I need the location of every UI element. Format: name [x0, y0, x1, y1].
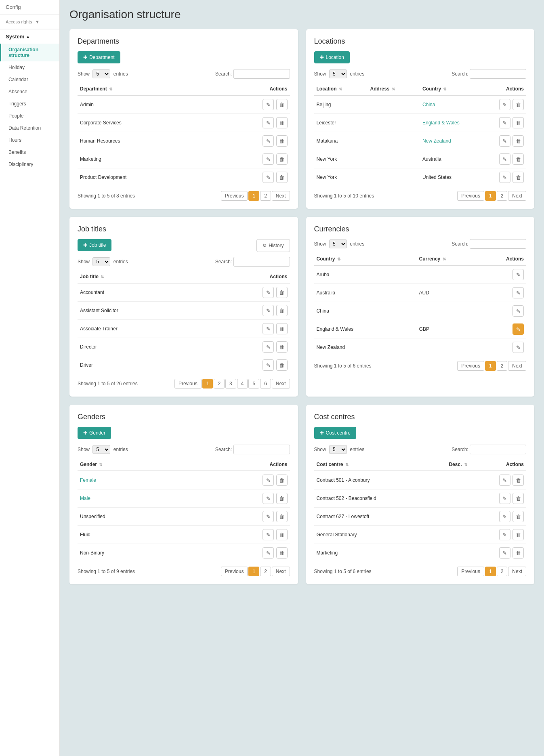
- jobtitles-page-5-button[interactable]: 5: [248, 379, 259, 388]
- departments-next-button[interactable]: Next: [272, 191, 290, 201]
- jobtitles-page-3-button[interactable]: 3: [225, 379, 236, 388]
- delete-button[interactable]: 🗑: [276, 135, 288, 147]
- edit-button[interactable]: ✎: [263, 305, 274, 316]
- delete-button[interactable]: 🗑: [276, 475, 288, 486]
- delete-button[interactable]: 🗑: [276, 511, 288, 522]
- delete-button[interactable]: 🗑: [512, 529, 524, 540]
- sidebar-item-people[interactable]: People: [0, 110, 59, 122]
- jobtitles-search-input[interactable]: [233, 257, 290, 267]
- delete-button[interactable]: 🗑: [276, 153, 288, 165]
- edit-button[interactable]: ✎: [499, 511, 510, 522]
- locations-page-2-button[interactable]: 2: [497, 191, 508, 201]
- history-button[interactable]: ↻ History: [256, 239, 290, 252]
- edit-button[interactable]: ✎: [512, 305, 524, 317]
- add-location-button[interactable]: ✚ Location: [314, 51, 350, 63]
- delete-button[interactable]: 🗑: [512, 153, 524, 165]
- edit-button[interactable]: ✎: [263, 135, 274, 147]
- currencies-prev-button[interactable]: Previous: [457, 361, 484, 371]
- edit-button[interactable]: ✎: [263, 99, 274, 110]
- edit-button[interactable]: ✎: [263, 529, 274, 540]
- edit-button[interactable]: ✎: [263, 511, 274, 522]
- sidebar-item-triggers[interactable]: Triggers: [0, 98, 59, 110]
- locations-search-input[interactable]: [470, 69, 526, 79]
- currencies-page-1-button[interactable]: 1: [485, 361, 496, 371]
- edit-button[interactable]: ✎: [263, 475, 274, 486]
- edit-button[interactable]: ✎: [263, 547, 274, 559]
- edit-button[interactable]: ✎: [499, 547, 510, 559]
- sidebar-item-data-retention[interactable]: Data Retention: [0, 122, 59, 134]
- edit-button[interactable]: ✎: [263, 287, 274, 298]
- delete-button[interactable]: 🗑: [276, 341, 288, 353]
- country-link[interactable]: China: [422, 102, 435, 107]
- departments-page-1-button[interactable]: 1: [248, 191, 259, 201]
- jobtitles-page-2-button[interactable]: 2: [214, 379, 225, 388]
- delete-button[interactable]: 🗑: [512, 511, 524, 522]
- costcentres-page-2-button[interactable]: 2: [497, 567, 508, 576]
- delete-button[interactable]: 🗑: [276, 99, 288, 110]
- delete-button[interactable]: 🗑: [276, 529, 288, 540]
- genders-page-2-button[interactable]: 2: [260, 567, 271, 576]
- genders-show-select[interactable]: 51025: [92, 445, 110, 454]
- edit-button[interactable]: ✎: [512, 342, 524, 353]
- delete-button[interactable]: 🗑: [512, 135, 524, 147]
- costcentres-prev-button[interactable]: Previous: [457, 567, 484, 576]
- delete-button[interactable]: 🗑: [276, 172, 288, 183]
- add-department-button[interactable]: ✚ Department: [78, 51, 120, 63]
- jobtitles-next-button[interactable]: Next: [272, 379, 290, 388]
- costcentres-show-select[interactable]: 51025: [329, 445, 347, 454]
- genders-page-1-button[interactable]: 1: [248, 567, 259, 576]
- gender-link[interactable]: Female: [80, 477, 96, 483]
- genders-prev-button[interactable]: Previous: [221, 567, 248, 576]
- edit-button[interactable]: ✎: [499, 117, 510, 128]
- jobtitles-page-1-button[interactable]: 1: [202, 379, 213, 388]
- add-costcentre-button[interactable]: ✚ Cost centre: [314, 427, 356, 439]
- delete-button[interactable]: 🗑: [512, 493, 524, 504]
- sidebar-item-benefits[interactable]: Benefits: [0, 146, 59, 158]
- jobtitles-page-4-button[interactable]: 4: [237, 379, 248, 388]
- country-link[interactable]: England & Wales: [422, 120, 460, 126]
- locations-next-button[interactable]: Next: [508, 191, 526, 201]
- jobtitles-prev-button[interactable]: Previous: [174, 379, 202, 388]
- delete-button[interactable]: 🗑: [276, 287, 288, 298]
- edit-button[interactable]: ✎: [263, 153, 274, 165]
- delete-button[interactable]: 🗑: [512, 117, 524, 128]
- edit-button[interactable]: ✎: [263, 172, 274, 183]
- departments-show-select[interactable]: 51025: [92, 69, 110, 78]
- delete-button[interactable]: 🗑: [276, 547, 288, 559]
- sidebar-item-hours[interactable]: Hours: [0, 134, 59, 146]
- currencies-show-select[interactable]: 51025: [329, 239, 347, 248]
- costcentres-page-1-button[interactable]: 1: [485, 567, 496, 576]
- edit-button[interactable]: ✎: [512, 287, 524, 298]
- departments-prev-button[interactable]: Previous: [221, 191, 248, 201]
- delete-button[interactable]: 🗑: [276, 323, 288, 334]
- country-link[interactable]: New Zealand: [422, 138, 451, 144]
- jobtitles-page-6-button[interactable]: 6: [260, 379, 271, 388]
- edit-button[interactable]: ✎: [263, 323, 274, 334]
- jobtitles-show-select[interactable]: 51025: [92, 257, 110, 266]
- edit-button[interactable]: ✎: [263, 117, 274, 128]
- costcentres-next-button[interactable]: Next: [508, 567, 526, 576]
- currencies-page-2-button[interactable]: 2: [497, 361, 508, 371]
- sidebar-item-holiday[interactable]: Holiday: [0, 61, 59, 74]
- add-jobtitle-button[interactable]: ✚ Job title: [78, 239, 111, 251]
- departments-page-2-button[interactable]: 2: [260, 191, 271, 201]
- sidebar-system-header[interactable]: System ▲: [0, 29, 59, 44]
- locations-page-1-button[interactable]: 1: [485, 191, 496, 201]
- genders-next-button[interactable]: Next: [272, 567, 290, 576]
- edit-button[interactable]: ✎: [263, 341, 274, 353]
- departments-search-input[interactable]: [233, 69, 290, 79]
- edit-button[interactable]: ✎: [499, 172, 510, 183]
- delete-button[interactable]: 🗑: [276, 305, 288, 316]
- edit-button[interactable]: ✎: [263, 493, 274, 504]
- delete-button[interactable]: 🗑: [512, 547, 524, 559]
- currencies-next-button[interactable]: Next: [508, 361, 526, 371]
- edit-button[interactable]: ✎: [512, 269, 524, 280]
- add-gender-button[interactable]: ✚ Gender: [78, 427, 111, 439]
- delete-button[interactable]: 🗑: [276, 117, 288, 128]
- currencies-search-input[interactable]: [470, 239, 526, 249]
- edit-button[interactable]: ✎: [499, 99, 510, 110]
- costcentres-search-input[interactable]: [470, 445, 526, 454]
- locations-prev-button[interactable]: Previous: [457, 191, 484, 201]
- delete-button[interactable]: 🗑: [512, 172, 524, 183]
- delete-button[interactable]: 🗑: [512, 99, 524, 110]
